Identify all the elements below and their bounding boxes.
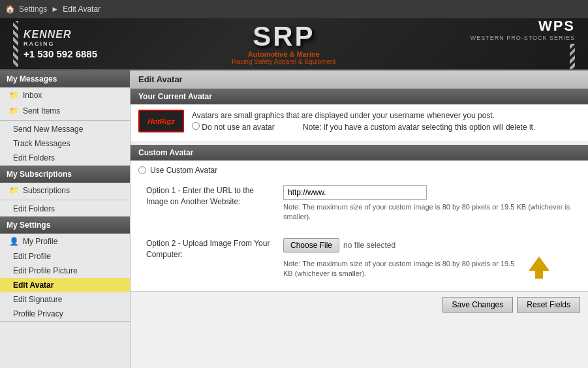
profile-icon: 👤	[9, 237, 19, 246]
custom-avatar-area: Use Custom Avatar Option 1 - Enter the U…	[131, 161, 588, 291]
sidebar-link-send-message[interactable]: Send New Message	[0, 122, 130, 136]
banner-phone: +1 530 592 6885	[23, 48, 97, 59]
sidebar-link-edit-folders-messages[interactable]: Edit Folders	[0, 151, 130, 165]
do-not-use-label: Do not use an avatar	[202, 123, 274, 132]
sidebar-link-profile-privacy[interactable]: Profile Privacy	[0, 307, 130, 321]
breadcrumb-current: Edit Avatar	[63, 5, 101, 14]
avatar-image-text: HotRigz	[147, 117, 175, 125]
do-not-use-row: Do not use an avatar Note: if you have a…	[192, 121, 535, 133]
option1-row: Option 1 - Enter the URL to the Image on…	[138, 181, 580, 226]
sidebar-link-track-messages[interactable]: Track Messages	[0, 136, 130, 151]
my-messages-header: My Messages	[0, 70, 130, 87]
current-avatar-area: HotRigz Avatars are small graphics that …	[131, 104, 588, 141]
option2-row: Option 2 - Upload Image From Your Comput…	[138, 234, 580, 286]
avatar-info: Avatars are small graphics that are disp…	[192, 110, 535, 133]
upload-arrow-indicator	[529, 256, 549, 279]
banner-kenner-info: Kenner RACING +1 530 592 6885	[23, 29, 97, 59]
option1-input-area: Note: The maximum size of your custom im…	[283, 185, 572, 222]
custom-avatar-section: Custom Avatar Use Custom Avatar Option 1…	[131, 145, 588, 291]
main-layout: My Messages 📁 Inbox 📁 Sent Items Send Ne…	[0, 70, 588, 368]
sidebar-item-subscriptions[interactable]: 📁 Subscriptions	[0, 183, 130, 198]
banner: Kenner RACING +1 530 592 6885 SRP Automo…	[0, 18, 588, 70]
arrow-body	[535, 271, 543, 279]
action-bar: Save Changes Reset Fields	[131, 291, 588, 318]
current-avatar-section: Your Current Avatar HotRigz Avatars are …	[131, 89, 588, 141]
reset-button[interactable]: Reset Fields	[517, 297, 580, 313]
sidebar-item-inbox[interactable]: 📁 Inbox	[0, 87, 130, 103]
wps-subtitle: WESTERN PRO-STOCK SERIES	[471, 35, 575, 41]
subscriptions-icon: 📁	[9, 186, 19, 195]
breadcrumb-settings[interactable]: Settings	[19, 5, 47, 14]
choose-file-button[interactable]: Choose File	[283, 238, 339, 253]
custom-avatar-title: Custom Avatar	[131, 145, 588, 161]
srp-logo: SRP	[232, 23, 335, 50]
file-row-inner: Choose File no file selected	[283, 238, 572, 253]
my-subscriptions-section: My Subscriptions 📁 Subscriptions Edit Fo…	[0, 166, 130, 217]
sent-icon: 📁	[9, 106, 19, 115]
banner-flag-right	[570, 44, 575, 70]
my-settings-header: My Settings	[0, 217, 130, 234]
no-file-text: no file selected	[343, 241, 395, 250]
option2-note-row: Note: The maximum size of your custom im…	[283, 256, 572, 279]
home-icon[interactable]: 🏠	[5, 5, 15, 14]
option2-input-area: Choose File no file selected Note: The m…	[283, 238, 572, 279]
inbox-icon: 📁	[9, 91, 19, 100]
srp-line2: Racing Safety Apparel & Equipment	[232, 58, 335, 65]
use-custom-radio[interactable]	[138, 166, 146, 174]
option1-note: Note: The maximum size of your custom im…	[283, 202, 572, 222]
option2-note: Note: The maximum size of your custom im…	[283, 259, 518, 279]
content-area: Edit Avatar Your Current Avatar HotRigz …	[131, 70, 588, 368]
sidebar-item-my-profile[interactable]: 👤 My Profile	[0, 234, 130, 249]
my-settings-section: My Settings 👤 My Profile Edit Profile Ed…	[0, 217, 130, 322]
do-not-use-radio[interactable]	[192, 122, 200, 130]
avatar-delete-note: Note: if you have a custom avatar select…	[303, 123, 535, 132]
banner-srp: SRP Automotive & Marine Racing Safety Ap…	[232, 23, 335, 65]
content-header: Edit Avatar	[131, 70, 588, 89]
banner-flag-left	[13, 21, 18, 67]
sidebar-link-edit-profile-picture[interactable]: Edit Profile Picture	[0, 264, 130, 278]
arrow-head	[529, 256, 549, 271]
srp-line1: Automotive & Marine	[232, 50, 335, 58]
option2-label: Option 2 - Upload Image From Your Comput…	[146, 238, 270, 260]
url-input[interactable]	[283, 185, 427, 200]
banner-left: Kenner RACING +1 530 592 6885	[13, 21, 97, 67]
sidebar: My Messages 📁 Inbox 📁 Sent Items Send Ne…	[0, 70, 131, 368]
option1-label: Option 1 - Enter the URL to the Image on…	[146, 185, 270, 207]
avatar-image: HotRigz	[138, 110, 184, 132]
wps-logo: WPS	[471, 18, 575, 35]
avatar-description: Avatars are small graphics that are disp…	[192, 110, 535, 121]
breadcrumb: 🏠 Settings ► Edit Avatar	[5, 5, 101, 14]
save-button[interactable]: Save Changes	[442, 297, 514, 313]
sidebar-link-edit-signature[interactable]: Edit Signature	[0, 292, 130, 307]
banner-right: WPS WESTERN PRO-STOCK SERIES	[471, 18, 575, 70]
sidebar-item-sent[interactable]: 📁 Sent Items	[0, 103, 130, 119]
breadcrumb-separator: ►	[51, 5, 59, 14]
top-nav-bar: 🏠 Settings ► Edit Avatar	[0, 0, 588, 18]
sidebar-link-edit-folders-subs[interactable]: Edit Folders	[0, 202, 130, 216]
kenner-racing-label: Kenner RACING	[23, 29, 97, 47]
current-avatar-title: Your Current Avatar	[131, 89, 588, 104]
sidebar-link-edit-avatar[interactable]: Edit Avatar	[0, 278, 130, 292]
use-custom-label: Use Custom Avatar	[150, 166, 217, 175]
sidebar-link-edit-profile[interactable]: Edit Profile	[0, 249, 130, 264]
my-subscriptions-header: My Subscriptions	[0, 166, 130, 183]
use-custom-row: Use Custom Avatar	[138, 166, 580, 175]
my-messages-section: My Messages 📁 Inbox 📁 Sent Items Send Ne…	[0, 70, 130, 166]
